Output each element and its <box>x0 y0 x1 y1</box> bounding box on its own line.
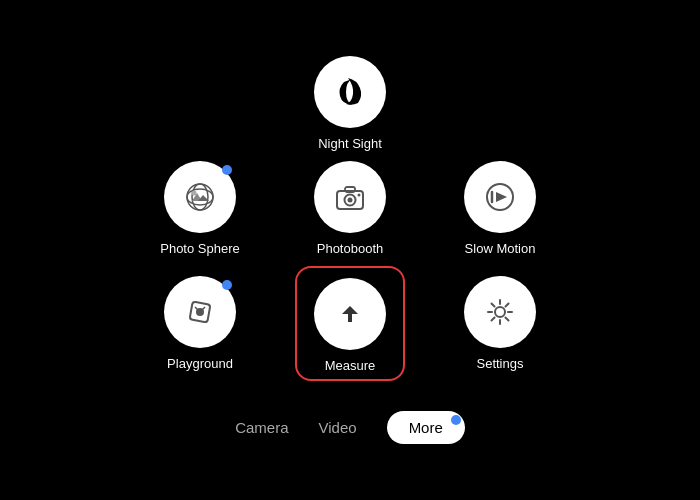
measure-icon <box>332 296 368 332</box>
app-photo-sphere[interactable]: Photo Sphere <box>145 161 255 256</box>
settings-label: Settings <box>477 356 524 371</box>
moon-icon <box>332 74 368 110</box>
photobooth-icon <box>332 179 368 215</box>
app-grid: Night Sight Photo Sphere <box>145 56 555 444</box>
svg-point-0 <box>187 189 213 205</box>
tab-camera[interactable]: Camera <box>235 419 288 436</box>
measure-label: Measure <box>325 358 376 373</box>
photo-sphere-dot <box>222 165 232 175</box>
tab-more[interactable]: More <box>387 411 465 444</box>
tab-video[interactable]: Video <box>319 419 357 436</box>
row-3: Playground Measure <box>145 266 555 381</box>
app-slow-motion[interactable]: Slow Motion <box>445 161 555 256</box>
svg-line-25 <box>492 318 495 321</box>
photo-sphere-icon <box>182 179 218 215</box>
measure-icon-circle <box>314 278 386 350</box>
svg-point-17 <box>495 307 505 317</box>
svg-line-22 <box>492 304 495 307</box>
app-playground[interactable]: Playground <box>145 276 255 371</box>
more-dot <box>451 415 461 425</box>
settings-icon <box>482 294 518 330</box>
svg-point-5 <box>192 191 197 196</box>
svg-point-8 <box>348 198 353 203</box>
svg-marker-16 <box>342 306 358 322</box>
svg-line-23 <box>506 318 509 321</box>
svg-rect-9 <box>345 187 355 192</box>
playground-dot <box>222 280 232 290</box>
settings-icon-circle <box>464 276 536 348</box>
slow-motion-icon-circle <box>464 161 536 233</box>
app-measure[interactable]: Measure <box>295 266 405 381</box>
photobooth-icon-circle <box>314 161 386 233</box>
photo-sphere-icon-circle <box>164 161 236 233</box>
row-2: Photo Sphere Photobooth <box>145 161 555 256</box>
svg-point-1 <box>192 184 208 210</box>
photo-sphere-label: Photo Sphere <box>160 241 240 256</box>
night-sight-icon-circle <box>314 56 386 128</box>
playground-icon <box>182 294 218 330</box>
app-settings[interactable]: Settings <box>445 276 555 371</box>
svg-point-2 <box>187 184 213 210</box>
photobooth-label: Photobooth <box>317 241 384 256</box>
bottom-bar: Camera Video More <box>235 411 465 444</box>
slow-motion-label: Slow Motion <box>465 241 536 256</box>
slow-motion-icon <box>482 179 518 215</box>
svg-marker-12 <box>496 192 507 202</box>
night-sight-label: Night Sight <box>318 136 382 151</box>
app-photobooth[interactable]: Photobooth <box>295 161 405 256</box>
playground-label: Playground <box>167 356 233 371</box>
app-night-sight[interactable]: Night Sight <box>295 56 405 151</box>
row-1: Night Sight <box>295 56 405 151</box>
svg-point-10 <box>358 194 361 197</box>
playground-icon-circle <box>164 276 236 348</box>
svg-line-24 <box>506 304 509 307</box>
